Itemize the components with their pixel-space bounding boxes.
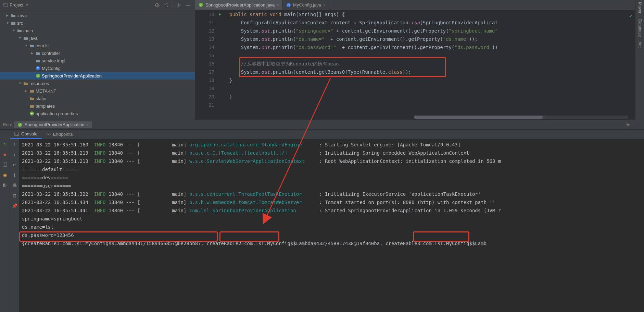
gutter-run-icon (219, 68, 226, 76)
editor-body[interactable]: 101112131415161718192021 ▶ public static… (195, 10, 635, 120)
tree-item-resources[interactable]: ▼resources (0, 80, 195, 87)
code-line[interactable] (229, 51, 635, 60)
tree-item-templates[interactable]: templates (0, 102, 195, 110)
minimize-icon[interactable]: — (185, 1, 192, 9)
code-line[interactable]: System.out.println("ds.password=" + cont… (229, 43, 635, 51)
line-number: 13 (195, 35, 214, 43)
chevron-icon: ▼ (12, 29, 16, 32)
project-title-label: Project (10, 2, 23, 8)
dump-icon[interactable]: ◉ (1, 171, 9, 178)
code-line[interactable]: } (229, 76, 635, 84)
wrap-icon[interactable]: ↩ (11, 161, 18, 168)
tab-label: SpringbootProviderApplication.java (205, 2, 275, 8)
line-number: 14 (195, 43, 214, 51)
gear-icon[interactable] (624, 121, 632, 129)
run-config-name: SpringbootProviderApplication (24, 122, 84, 127)
editor-tab-myconfig-java[interactable]: CMyConfig.java× (283, 0, 329, 10)
tree-item-label: java (29, 36, 38, 41)
console-output[interactable]: 2021-03-22 16:35:51.160 INFO 13840 --- [… (19, 139, 644, 312)
tree-item-springbootproviderapplication[interactable]: SpringbootProviderApplication (0, 72, 195, 80)
horizontal-scrollbar[interactable] (414, 116, 628, 119)
line-number: 19 (195, 84, 214, 93)
tree-item--mvn[interactable]: ▶.mvn (0, 12, 195, 19)
tree-item-src[interactable]: ▼src (0, 19, 195, 27)
target-icon[interactable] (153, 1, 161, 9)
tree-item-com-lsl[interactable]: ▼com.lsl (0, 42, 195, 49)
log-line: ds.password=123456 (22, 231, 641, 239)
run-config-tab[interactable]: SpringbootProviderApplication × (14, 121, 92, 128)
close-icon[interactable]: × (277, 3, 279, 7)
up-icon[interactable]: ↑ (11, 141, 18, 147)
chevron-icon: ▼ (18, 36, 22, 40)
expand-all-icon[interactable] (163, 1, 171, 9)
log-line: springname=springboot (22, 215, 641, 223)
svg-text:C: C (37, 67, 39, 70)
down-icon[interactable]: ↓ (11, 151, 18, 158)
log-line: =======user====== (22, 182, 641, 190)
tree-item-label: .mvn (17, 13, 27, 18)
run-tab-endpoints[interactable]: Endpoints (42, 130, 77, 139)
code-line[interactable]: } (229, 93, 635, 101)
chevron-icon: ▼ (6, 21, 10, 25)
tree-item-label: templates (36, 104, 55, 109)
stop-icon[interactable]: ■ (1, 151, 9, 158)
pin-icon[interactable]: 📌 (11, 202, 18, 209)
run-tab-console[interactable]: Console (10, 130, 42, 139)
tree-item-java[interactable]: ▼java (0, 34, 195, 42)
tree-item-static[interactable]: static (0, 95, 195, 102)
tree-item-meta-inf[interactable]: ▶META-INF (0, 87, 195, 95)
code-line[interactable]: System.out.println(content.getBeansOfTyp… (229, 68, 635, 76)
tab-label: MyConfig.java (293, 2, 321, 8)
exit-icon[interactable] (1, 182, 9, 189)
tree-item-label: service.impl (42, 58, 65, 63)
gutter-run-icon (219, 84, 226, 93)
scroll-icon[interactable]: ⤓ (11, 171, 18, 178)
cfg-icon (29, 111, 34, 116)
minimize-icon[interactable]: — (634, 121, 641, 129)
project-icon (3, 3, 8, 8)
class-icon: C (286, 3, 291, 8)
tree-item-application-properties[interactable]: application.properties (0, 110, 195, 117)
gutter-run-icon[interactable]: ▶ (219, 10, 226, 19)
tool-window-maven[interactable]: Maven (637, 2, 642, 14)
line-number: 12 (195, 27, 214, 35)
code-line[interactable]: ConfigurableApplicationContext content =… (229, 19, 635, 27)
log-line: {createRable1=com.lsl.MyConfig$$Lambda$4… (22, 239, 641, 248)
svg-rect-16 (31, 113, 33, 114)
line-number: 11 (195, 19, 214, 27)
trash-icon[interactable] (11, 192, 18, 199)
code-line[interactable]: System.out.println("springname=" + conte… (229, 27, 635, 35)
svg-point-23 (47, 134, 48, 135)
close-icon[interactable]: × (323, 3, 325, 7)
tool-window-database[interactable]: Database (637, 19, 642, 37)
code-line[interactable] (229, 101, 635, 109)
close-icon[interactable]: × (86, 123, 88, 127)
gutter-run-icon (219, 35, 226, 43)
project-title-dropdown[interactable]: Project ▼ (3, 2, 153, 8)
spring-icon (17, 122, 22, 127)
code-line[interactable]: public static void main(String[] args) { (229, 10, 635, 19)
package-icon (36, 51, 40, 56)
log-line: 2021-03-22 16:35:51.213 INFO 13840 --- [… (22, 149, 641, 157)
tree-item-main[interactable]: ▼main (0, 27, 195, 34)
right-tool-strip: MavenDatabaseAnt (635, 0, 644, 120)
layout-icon[interactable] (1, 161, 9, 168)
svg-point-9 (32, 46, 34, 47)
tool-window-ant[interactable]: Ant (637, 41, 642, 48)
tree-item-controller[interactable]: ▶controller (0, 49, 195, 57)
run-tabs: ConsoleEndpoints (0, 130, 644, 139)
code-line[interactable] (229, 84, 635, 93)
editor-tab-springbootproviderapplication-java[interactable]: SpringbootProviderApplication.java× (195, 0, 283, 10)
code-line[interactable]: //从容器中获取类型为Runnable的所有bean (229, 60, 635, 68)
tree-item-label: application.properties (36, 111, 78, 116)
svg-point-17 (199, 3, 203, 7)
tree-item-service-impl[interactable]: service.impl (0, 57, 195, 64)
project-tree[interactable]: ▶.mvn▼src▼main▼java▼com.lsl▶controllerse… (0, 10, 195, 120)
gear-icon[interactable] (175, 1, 182, 9)
folder-icon (11, 21, 16, 25)
chevron-icon: ▼ (18, 82, 22, 85)
tree-item-myconfig[interactable]: CMyConfig (0, 64, 195, 72)
print-icon[interactable]: 🖶 (11, 182, 18, 189)
rerun-icon[interactable]: ↻ (1, 141, 9, 147)
code-line[interactable]: System.out.println("ds.name=" + content.… (229, 35, 635, 43)
